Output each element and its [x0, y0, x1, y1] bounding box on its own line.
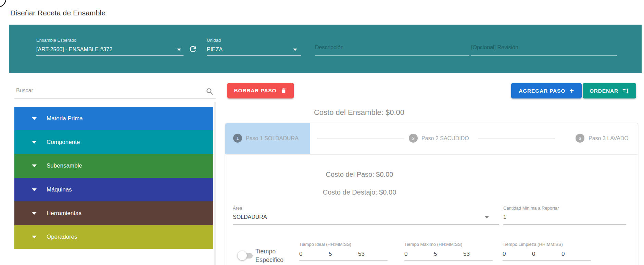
step-3-label[interactable]: Paso 3 LAVADO	[589, 135, 629, 142]
category-maquinas[interactable]: Máquinas	[14, 178, 213, 201]
tiempo-especifico-label: Tiempo Especifico	[255, 247, 294, 264]
unidad-select[interactable]: PIEZA	[207, 47, 223, 53]
chevron-down-icon[interactable]	[293, 49, 297, 51]
category-label: Operadores	[47, 234, 77, 240]
cantidad-minima-input[interactable]: 1	[503, 214, 506, 220]
tiempo-ideal-mm-input[interactable]: 5	[329, 251, 358, 257]
trash-icon	[280, 87, 287, 94]
costo-destajo-heading: Costo de Destajo: $0.00	[225, 188, 494, 196]
step-3-circle[interactable]: 3	[576, 134, 584, 143]
ensamble-underline	[36, 55, 184, 56]
chevron-down-icon	[32, 141, 37, 144]
step-2-circle[interactable]: 2	[409, 134, 418, 143]
step-number: 3	[579, 136, 581, 141]
chevron-down-icon	[32, 212, 37, 215]
search-underline	[14, 98, 216, 99]
ensamble-esperado-label: Ensamble Esperado	[36, 38, 76, 43]
area-select[interactable]: SOLDADURA	[233, 214, 267, 220]
tiempo-ideal-label: Tiempo Ideal (HH:MM:SS)	[299, 242, 388, 247]
descripcion-underline	[315, 55, 469, 56]
chevron-down-icon[interactable]	[177, 49, 181, 51]
step-1-circle[interactable]: 1	[233, 134, 242, 143]
tiempo-limpieza-hh-input[interactable]: 0	[503, 251, 532, 257]
tiempo-limpieza-mm-input[interactable]: 0	[532, 251, 561, 257]
ordenar-label: ORDENAR	[590, 88, 618, 94]
category-label: Herramientas	[47, 210, 81, 217]
descripcion-input[interactable]	[315, 44, 459, 51]
stepper: 1 Paso 1 SOLDADURA 2 Paso 2 SACUDIDO 3 P…	[225, 123, 638, 154]
step-2-label[interactable]: Paso 2 SACUDIDO	[421, 135, 469, 142]
sidebar-scrollbar[interactable]	[214, 102, 216, 265]
unidad-underline	[207, 55, 301, 56]
step-number: 2	[412, 136, 414, 141]
costo-ensamble-heading: Costo del Ensamble: $0.00	[225, 108, 493, 117]
tiempo-ideal-hh-input[interactable]: 0	[299, 251, 329, 257]
category-label: Materia Prima	[47, 115, 83, 122]
category-label: Subensamble	[47, 162, 82, 169]
category-herramientas[interactable]: Herramientas	[14, 201, 213, 225]
tiempo-limpieza-ss-input[interactable]: 0	[561, 251, 591, 257]
page-title: Diseñar Receta de Ensamble	[10, 9, 105, 17]
recipe-header-bar: Ensamble Esperado [ART-2560] - ENSAMBLE …	[9, 25, 642, 73]
chevron-down-icon[interactable]	[485, 216, 489, 218]
cantidad-minima-label: Cantidad Minima a Reportar	[503, 206, 559, 211]
design-assembly-recipe-page: Diseñar Receta de Ensamble Ensamble Espe…	[0, 0, 644, 265]
tiempo-limpieza-label: Tiempo Limpieza (HH:MM:SS)	[503, 242, 591, 247]
category-label: Componente	[47, 139, 80, 146]
cantidad-underline	[503, 224, 626, 225]
tiempo-ideal-underline	[299, 260, 388, 261]
tiempo-ideal-ss-input[interactable]: 53	[358, 251, 388, 257]
tiempo-limpieza-group: Tiempo Limpieza (HH:MM:SS) 0 0 0	[503, 242, 591, 261]
step-card: 1 Paso 1 SOLDADURA 2 Paso 2 SACUDIDO 3 P…	[225, 123, 638, 265]
area-underline	[233, 224, 499, 225]
borrar-paso-label: BORRAR PASO	[234, 88, 277, 94]
plus-icon: +	[569, 88, 574, 94]
category-componente[interactable]: Componente	[14, 130, 213, 154]
area-label: Área	[233, 206, 242, 211]
step-number: 1	[236, 136, 239, 141]
category-subensamble[interactable]: Subensamble	[14, 154, 213, 178]
category-materia-prima[interactable]: Materia Prima	[14, 107, 213, 130]
step-1-label[interactable]: Paso 1 SOLDADURA	[246, 135, 299, 142]
agregar-paso-label: AGREGAR PASO	[519, 88, 565, 94]
revision-underline	[471, 55, 617, 56]
refresh-icon[interactable]	[188, 44, 198, 54]
tiempo-limpieza-underline	[503, 260, 591, 261]
tiempo-ideal-group: Tiempo Ideal (HH:MM:SS) 0 5 53	[299, 242, 388, 261]
category-label: Máquinas	[47, 186, 72, 193]
chevron-down-icon	[32, 164, 37, 167]
chevron-down-icon	[32, 236, 37, 238]
borrar-paso-button[interactable]: BORRAR PASO	[227, 83, 294, 98]
search-icon[interactable]	[205, 87, 214, 96]
costo-paso-heading: Costo del Paso: $0.00	[225, 171, 494, 178]
sort-icon	[622, 88, 629, 94]
category-operadores[interactable]: Operadores	[14, 225, 213, 249]
tiempo-maximo-hh-input[interactable]: 0	[404, 251, 434, 257]
chevron-down-icon	[32, 188, 37, 191]
chevron-down-icon	[32, 117, 37, 120]
search-input[interactable]: Buscar	[16, 88, 33, 94]
tiempo-maximo-ss-input[interactable]: 53	[463, 251, 493, 257]
category-list: Materia Prima Componente Subensamble Máq…	[14, 107, 213, 249]
ordenar-button[interactable]: ORDENAR	[583, 83, 636, 98]
ensamble-esperado-select[interactable]: [ART-2560] - ENSAMBLE #372	[36, 47, 112, 53]
agregar-paso-button[interactable]: AGREGAR PASO +	[511, 83, 582, 98]
unidad-label: Unidad	[207, 38, 221, 43]
step-connector	[478, 138, 555, 138]
revision-input[interactable]	[471, 44, 615, 51]
tiempo-especifico-toggle-thumb[interactable]	[238, 251, 247, 260]
step-connector	[317, 138, 404, 138]
corner-artifact	[0, 0, 8, 8]
tiempo-maximo-label: Tiempo Máximo (HH:MM:SS)	[404, 242, 493, 247]
tiempo-maximo-mm-input[interactable]: 5	[434, 251, 463, 257]
tiempo-maximo-group: Tiempo Máximo (HH:MM:SS) 0 5 53	[404, 242, 493, 261]
tiempo-maximo-underline	[404, 260, 493, 261]
